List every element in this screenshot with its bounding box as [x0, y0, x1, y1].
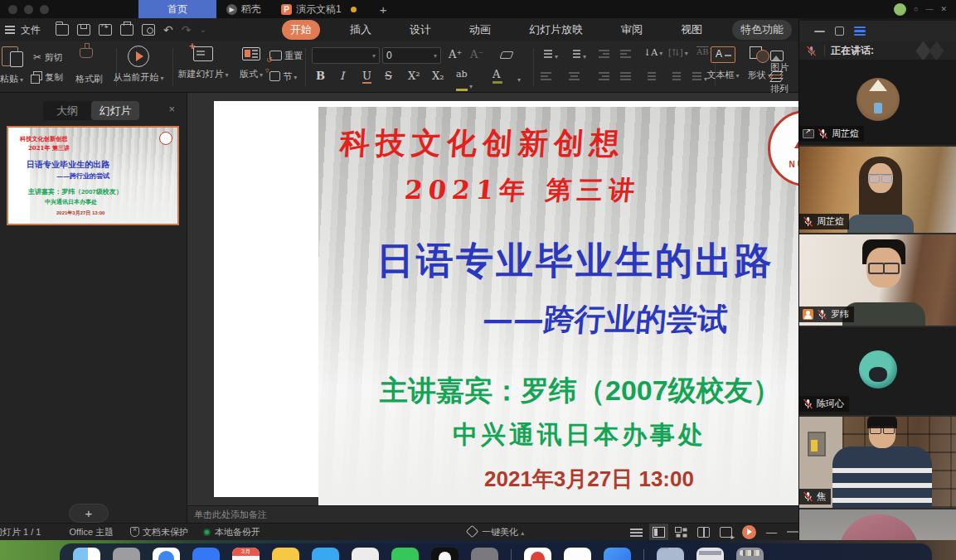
arrange-button[interactable]: 排列	[770, 71, 798, 95]
strikethrough-button[interactable]: S	[385, 70, 392, 82]
more-commands-icon[interactable]: ⌄	[199, 26, 206, 34]
ribbon-tab-animation[interactable]: 动画	[461, 20, 499, 40]
superscript-button[interactable]: X²	[408, 70, 420, 82]
dock-folder-icon[interactable]	[657, 548, 684, 560]
slide-title-image[interactable]: 科技文化创新创想 2021年 第三讲 1952 NUAA 日语专业毕业生的出路 …	[318, 107, 798, 505]
new-tab-button[interactable]: +	[380, 2, 387, 17]
slide-page[interactable]: 科技文化创新创想 2021年 第三讲 1952 NUAA 日语专业毕业生的出路 …	[214, 101, 798, 497]
minimize-window-icon[interactable]	[24, 5, 33, 14]
zoom-window-icon[interactable]	[40, 5, 49, 14]
traffic-lights[interactable]	[8, 5, 49, 14]
highlight-color-button[interactable]: ab	[456, 68, 473, 91]
participant-tile[interactable]: 周芷煊	[799, 60, 956, 147]
dock-document-icon[interactable]	[564, 548, 591, 560]
file-menu[interactable]: 文件	[21, 23, 41, 37]
play-slideshow-button[interactable]	[742, 525, 756, 539]
participant-tile[interactable]: 焦	[799, 417, 956, 509]
ribbon-tab-start[interactable]: 开始	[282, 20, 320, 40]
meeting-minimize-icon[interactable]	[814, 31, 825, 32]
play-from-current-button[interactable]: 从当前开始	[110, 46, 167, 84]
dock-browser-icon[interactable]	[153, 548, 180, 560]
increase-indent-button[interactable]	[620, 49, 633, 61]
underline-button[interactable]: U	[362, 70, 371, 84]
close-icon[interactable]: ✕	[940, 6, 947, 13]
participant-tile[interactable]: 周芷煊	[799, 147, 956, 234]
ribbon-tab-slideshow[interactable]: 幻灯片放映	[521, 20, 591, 40]
backup-status[interactable]: 本地备份开	[203, 526, 260, 538]
text-direction-button[interactable]: ↓A	[643, 47, 662, 58]
print-icon[interactable]	[120, 24, 133, 36]
new-slide-button[interactable]: 新建幻灯片	[175, 46, 231, 80]
slide-canvas[interactable]: 科技文化创新创想 2021年 第三讲 1952 NUAA 日语专业毕业生的出路 …	[187, 93, 798, 505]
ribbon-tab-design[interactable]: 设计	[401, 20, 439, 40]
bold-button[interactable]: B	[316, 70, 325, 82]
char-spacing-button[interactable]: [⇅]	[668, 47, 688, 58]
dock-mail-icon[interactable]	[192, 548, 220, 560]
dock-wechat-icon[interactable]	[391, 548, 419, 560]
reading-view-icon[interactable]	[697, 527, 710, 538]
bullets-button[interactable]	[541, 49, 558, 61]
tab-outline[interactable]: 大纲	[43, 101, 91, 120]
notes-view-icon[interactable]	[630, 527, 643, 538]
cut-button[interactable]: ✂ 剪切	[33, 51, 62, 64]
layout-button[interactable]: 版式	[235, 47, 267, 80]
subscript-button[interactable]: X₂	[432, 70, 444, 82]
paragraph-spacing-button[interactable]	[668, 71, 681, 84]
print-preview-icon[interactable]	[142, 24, 155, 36]
undo-icon[interactable]: ↶	[163, 24, 173, 36]
justify-button[interactable]	[620, 71, 633, 84]
dock-window-icon[interactable]	[696, 548, 724, 560]
dock-launchpad-icon[interactable]	[113, 548, 140, 560]
present-view-icon[interactable]	[720, 527, 732, 538]
dock-calendar-icon[interactable]: 3月	[232, 548, 260, 560]
slide-sorter-icon[interactable]	[675, 527, 687, 538]
section-button[interactable]: 节	[269, 70, 297, 83]
font-color-button[interactable]: A	[493, 68, 502, 84]
add-slide-button[interactable]: +	[69, 504, 109, 523]
decrease-indent-button[interactable]	[599, 49, 611, 61]
align-right-button[interactable]	[599, 71, 611, 84]
align-left-button[interactable]	[541, 71, 553, 84]
font-name-select[interactable]: ▾	[312, 47, 380, 64]
save-icon[interactable]	[77, 24, 90, 36]
protection-status[interactable]: 文档未保护	[130, 526, 188, 538]
textbox-button[interactable]: 文本框	[701, 46, 745, 81]
tab-slides[interactable]: 幻灯片	[91, 101, 139, 120]
dock-app-store-icon[interactable]	[312, 548, 339, 560]
increase-font-icon[interactable]: A⁺	[449, 48, 462, 60]
settings-icon[interactable]: ○	[914, 6, 918, 13]
dock-music-icon[interactable]	[471, 548, 498, 560]
meeting-layout-icon[interactable]	[854, 25, 866, 37]
clear-format-icon[interactable]	[501, 50, 512, 61]
align-center-button[interactable]	[569, 71, 581, 84]
dock-feishu-icon[interactable]	[604, 548, 631, 560]
ribbon-tab-view[interactable]: 视图	[672, 20, 711, 40]
output-icon[interactable]	[99, 24, 112, 36]
dock-trash-icon[interactable]	[736, 548, 764, 560]
slide-thumbnail[interactable]: 科技文化创新创想 2021年 第三讲 日语专业毕业生的出路 ——跨行业的尝试 主…	[7, 126, 179, 225]
reset-button[interactable]: 重置	[269, 50, 303, 62]
notes-pane[interactable]: 单击此处添加备注	[187, 505, 798, 523]
redo-icon[interactable]: ↷	[182, 24, 192, 36]
copy-button[interactable]: 复制	[33, 71, 63, 84]
dock-finder-icon[interactable]	[73, 548, 100, 560]
theme-label[interactable]: Office 主题	[69, 526, 114, 538]
decrease-font-icon[interactable]: A⁻	[470, 48, 483, 60]
hamburger-menu-icon[interactable]	[5, 24, 15, 36]
normal-view-icon[interactable]	[653, 527, 665, 538]
font-size-select[interactable]: 0▾	[382, 47, 441, 64]
tab-home[interactable]: 首页	[138, 0, 216, 18]
dock-notes-icon[interactable]	[272, 548, 299, 560]
ribbon-tab-review[interactable]: 审阅	[613, 20, 651, 40]
panel-close-icon[interactable]: ×	[168, 103, 175, 115]
participant-tile[interactable]: 罗纬	[799, 234, 956, 327]
line-spacing-button[interactable]	[643, 71, 656, 84]
dock-preferences-icon[interactable]	[352, 548, 379, 560]
close-window-icon[interactable]	[8, 5, 17, 14]
dock-netease-music-icon[interactable]	[524, 548, 551, 560]
participant-tile[interactable]: 陈珂心	[799, 327, 956, 417]
open-icon[interactable]	[56, 24, 69, 36]
font-color-caret-icon[interactable]	[516, 73, 521, 84]
beautify-button[interactable]: 一键美化 ▴	[468, 526, 524, 538]
dock-qq-icon[interactable]	[431, 548, 459, 560]
